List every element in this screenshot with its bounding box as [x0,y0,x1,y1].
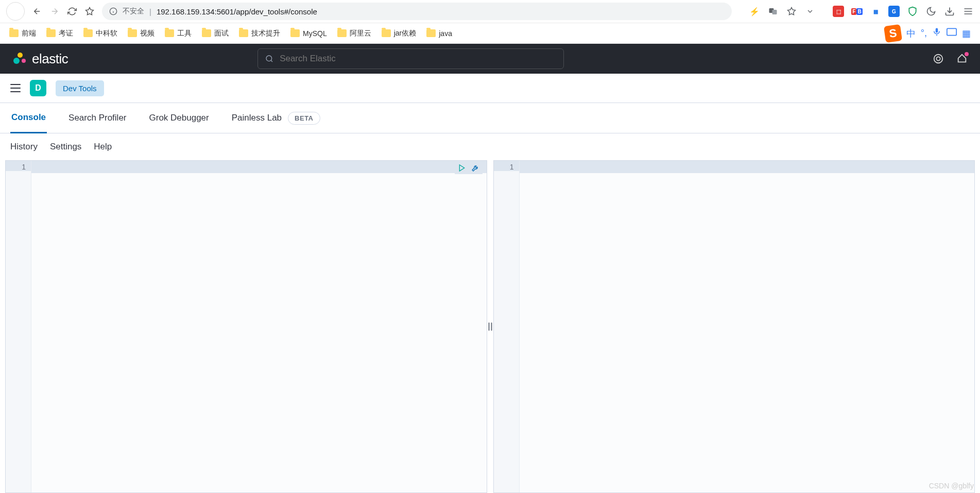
ext-gtranslate-icon[interactable]: G [888,6,900,17]
bookmark-item[interactable]: jar依赖 [382,29,417,38]
help-spinner-icon[interactable] [933,53,944,64]
bookmark-item[interactable]: 阿里云 [337,29,371,38]
bookmark-item[interactable]: 考证 [46,29,73,38]
bookmark-star-button[interactable] [84,6,95,16]
request-editor[interactable]: 1 [5,160,487,493]
folder-icon [128,29,137,37]
translate-icon[interactable] [768,6,778,16]
ext-moon-icon[interactable] [925,6,937,17]
extension-icons: ⬚ FB ▦ G [833,6,974,17]
address-bar[interactable]: 不安全 | 192.168.159.134:5601/app/dev_tools… [102,3,732,20]
tab-grok-debugger[interactable]: Grok Debugger [148,104,210,132]
address-right-icons: ⚡ [739,6,815,16]
bookmarks-bar: 前端 考证 中科软 视频 工具 面试 技术提升 MySQL 阿里云 jar依赖 … [0,23,980,44]
elastic-header: elastic [0,44,980,74]
browser-toolbar: 不安全 | 192.168.159.134:5601/app/dev_tools… [0,0,980,23]
favorite-star-icon[interactable] [786,6,797,16]
chevron-down-icon[interactable] [805,6,815,16]
bookmark-label: 阿里云 [350,29,371,38]
bookmark-item[interactable]: 前端 [9,29,36,38]
ext-apps-icon[interactable]: ▦ [870,6,881,17]
folder-icon [239,29,248,37]
bookmark-label: 中科软 [96,29,117,38]
folder-icon [83,29,93,37]
ime-sogou-icon[interactable]: S [884,24,902,42]
folder-icon [202,29,211,37]
separator: | [149,7,151,16]
elastic-logo-icon [12,52,27,66]
menu-toggle-button[interactable] [10,84,21,92]
bookmark-item[interactable]: 中科软 [83,29,117,38]
svg-point-7 [936,57,940,60]
beta-badge: BETA [288,112,320,125]
notification-dot-icon [965,52,969,56]
folder-icon [9,29,19,37]
info-icon [109,7,117,15]
bookmark-label: 面试 [214,29,229,38]
header-right [933,53,968,64]
folder-icon [426,29,436,37]
watermark: CSDN @gblfy [929,482,974,490]
elastic-logo[interactable]: elastic [12,51,68,67]
tab-console[interactable]: Console [10,103,47,133]
help-button[interactable]: Help [94,142,112,152]
ime-grid-icon[interactable]: ▦ [962,28,971,39]
bookmark-item[interactable]: java [426,29,452,38]
bookmark-item[interactable]: 工具 [165,29,192,38]
tab-search-profiler[interactable]: Search Profiler [67,104,127,132]
line-number: 1 [6,161,31,171]
bookmark-label: 视频 [140,29,154,38]
global-search-input[interactable] [280,54,556,64]
tab-painless-label: Painless Lab [232,113,282,123]
global-search[interactable] [257,48,564,69]
reload-button[interactable] [67,6,77,16]
breadcrumb-devtools[interactable]: Dev Tools [56,80,104,96]
forward-button[interactable] [49,6,60,16]
wrench-button[interactable] [470,163,480,173]
tab-painless-lab[interactable]: Painless Lab BETA [231,103,321,134]
line-number: 1 [494,161,519,171]
response-editor[interactable]: 1 [493,160,975,493]
ime-keyboard-icon[interactable] [947,28,957,39]
ime-mic-icon[interactable] [932,27,941,39]
svg-rect-4 [947,28,956,35]
history-button[interactable]: History [10,142,38,152]
flash-icon[interactable]: ⚡ [749,6,760,16]
ext-download-icon[interactable] [944,6,955,17]
request-content[interactable] [31,161,487,492]
ext-red-icon[interactable]: ⬚ [833,6,844,17]
folder-icon [165,29,174,37]
console-toolbar: History Settings Help [0,133,980,160]
splitter-handle[interactable] [488,322,492,331]
send-request-button[interactable] [457,163,467,173]
profile-avatar[interactable] [6,2,25,21]
folder-icon [337,29,347,37]
bookmark-item[interactable]: 面试 [202,29,229,38]
bookmark-item[interactable]: 视频 [128,29,154,38]
request-gutter: 1 [6,161,31,492]
ime-punct-icon[interactable]: °, [921,28,927,39]
bookmark-item[interactable]: 技术提升 [239,29,280,38]
folder-icon [290,29,300,37]
space-selector[interactable]: D [30,80,46,96]
response-gutter: 1 [494,161,520,492]
svg-rect-2 [772,10,777,14]
svg-point-6 [934,55,943,63]
search-icon [265,55,273,63]
bookmark-label: MySQL [303,29,327,38]
ext-shield-icon[interactable] [907,6,918,17]
ext-menu-icon[interactable] [962,6,974,17]
folder-icon [382,29,391,37]
bookmark-label: 技术提升 [251,29,280,38]
newsfeed-icon[interactable] [956,53,968,64]
ext-fb-icon[interactable]: FB [851,6,863,17]
settings-button[interactable]: Settings [50,142,81,152]
ime-lang-icon[interactable]: 中 [906,27,916,40]
ime-panel: S 中 °, ▦ [885,25,971,42]
folder-icon [46,29,56,37]
editor-split: 1 1 [0,160,980,493]
nav-buttons [32,6,95,16]
insecure-label: 不安全 [123,7,144,16]
bookmark-item[interactable]: MySQL [290,29,327,38]
back-button[interactable] [32,6,42,16]
